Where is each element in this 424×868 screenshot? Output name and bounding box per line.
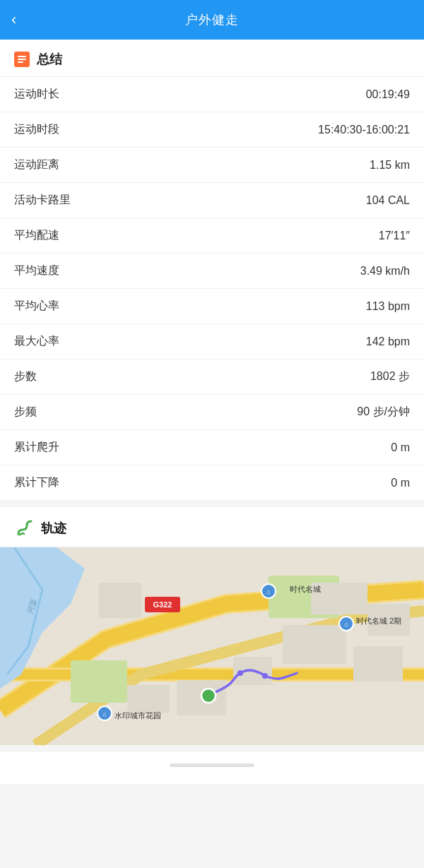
row-label-3: 活动卡路里: [14, 193, 71, 208]
table-row: 平均心率 113 bpm: [0, 289, 424, 324]
row-value-3: 104 CAL: [366, 194, 410, 207]
row-value-10: 0 m: [391, 441, 410, 454]
table-row: 最大心率 142 bpm: [0, 324, 424, 359]
summary-section: 总结 运动时长 00:19:49 运动时段 15:40:30-16:00:21 …: [0, 40, 424, 500]
svg-text:时代名城 2期: 时代名城 2期: [356, 617, 401, 625]
header: ‹ 户外健走: [0, 0, 424, 40]
svg-text:G322: G322: [153, 600, 172, 609]
row-value-0: 00:19:49: [366, 88, 410, 101]
track-section: 轨迹: [0, 507, 424, 745]
back-button[interactable]: ‹: [11, 11, 16, 29]
table-row: 累计爬升 0 m: [0, 430, 424, 465]
table-row: 步频 90 步/分钟: [0, 395, 424, 430]
row-label-4: 平均配速: [14, 228, 59, 243]
summary-icon: [14, 52, 30, 67]
svg-rect-3: [127, 685, 170, 713]
table-row: 平均速度 3.49 km/h: [0, 254, 424, 289]
row-value-2: 1.15 km: [370, 159, 410, 172]
table-row: 运动时段 15:40:30-16:00:21: [0, 112, 424, 148]
row-value-8: 1802 步: [370, 369, 410, 384]
track-title: 轨迹: [41, 520, 66, 537]
svg-rect-5: [283, 625, 346, 664]
row-label-9: 步频: [14, 405, 37, 420]
row-label-1: 运动时段: [14, 122, 59, 137]
row-label-6: 平均心率: [14, 299, 59, 314]
map-view[interactable]: G322 ⌂ 时代名城 ⌂ 时代名城 2期 ⌂ 水印城市花园 河渠: [0, 547, 424, 745]
table-row: 活动卡路里 104 CAL: [0, 183, 424, 218]
svg-text:⌂: ⌂: [266, 588, 270, 595]
row-value-7: 142 bpm: [366, 335, 410, 348]
row-label-10: 累计爬升: [14, 440, 59, 455]
row-label-7: 最大心率: [14, 334, 59, 349]
table-row: 累计下降 0 m: [0, 465, 424, 500]
row-value-1: 15:40:30-16:00:21: [318, 124, 410, 136]
svg-point-24: [262, 673, 268, 679]
svg-text:⌂: ⌂: [102, 711, 106, 718]
page-title: 户外健走: [185, 11, 239, 28]
row-label-0: 运动时长: [14, 87, 59, 102]
svg-rect-7: [99, 583, 141, 618]
svg-text:水印城市花园: 水印城市花园: [114, 711, 161, 720]
svg-point-23: [237, 670, 243, 676]
table-row: 步数 1802 步: [0, 359, 424, 395]
row-value-4: 17′11″: [379, 230, 410, 242]
row-value-6: 113 bpm: [366, 300, 410, 313]
row-label-2: 运动距离: [14, 157, 59, 172]
row-label-8: 步数: [14, 369, 37, 384]
svg-rect-9: [353, 646, 403, 682]
summary-header: 总结: [0, 40, 424, 77]
table-row: 运动距离 1.15 km: [0, 148, 424, 183]
row-value-11: 0 m: [391, 477, 410, 489]
bottom-bar-container: [0, 752, 424, 784]
svg-point-22: [201, 689, 216, 703]
row-value-5: 3.49 km/h: [360, 265, 410, 278]
table-row: 平均配速 17′11″: [0, 218, 424, 254]
track-header: 轨迹: [0, 507, 424, 547]
table-row: 运动时长 00:19:49: [0, 77, 424, 112]
svg-text:⌂: ⌂: [344, 621, 348, 628]
home-indicator: [170, 763, 254, 767]
row-label-11: 累计下降: [14, 475, 59, 490]
list-icon: [18, 56, 26, 63]
row-value-9: 90 步/分钟: [357, 405, 410, 420]
svg-rect-1: [71, 660, 127, 703]
svg-text:时代名城: 时代名城: [290, 585, 321, 593]
summary-title: 总结: [37, 51, 62, 68]
row-label-5: 平均速度: [14, 263, 59, 278]
track-icon: [14, 518, 34, 538]
